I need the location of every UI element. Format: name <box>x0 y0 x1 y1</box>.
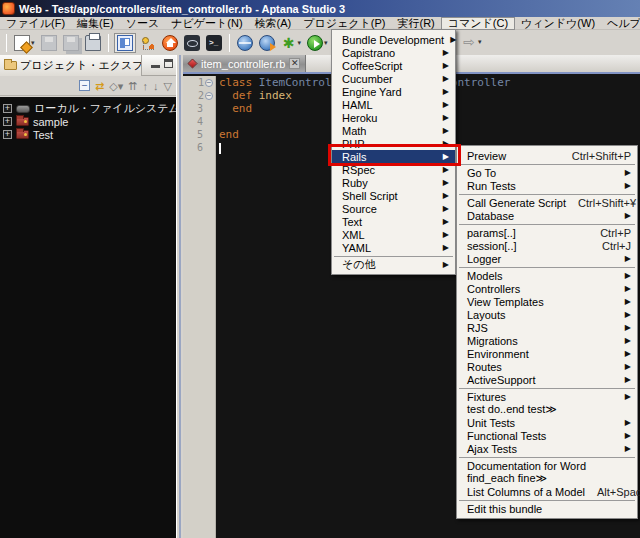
menu-item-heroku[interactable]: Heroku▶ <box>332 111 455 124</box>
menu-item-source[interactable]: Source▶ <box>332 202 455 215</box>
line-number: 3 <box>183 102 215 115</box>
menu-item-rspec[interactable]: RSpec▶ <box>332 163 455 176</box>
menu-item-controllers[interactable]: Controllers▶ <box>457 282 637 295</box>
menu-item-engine-yard[interactable]: Engine Yard▶ <box>332 85 455 98</box>
menu-item-migrations[interactable]: Migrations▶ <box>457 334 637 347</box>
forward-icon[interactable]: ⇨▾ <box>459 33 484 51</box>
view-menu-icon[interactable]: ▽ <box>164 79 172 93</box>
menu-item-test-do--end-test-[interactable]: test do..end test≫ <box>457 403 637 416</box>
menu-item-label: Cucumber <box>342 73 437 85</box>
dropdown-arrow-icon[interactable]: ▾ <box>298 39 302 47</box>
menu-item-layouts[interactable]: Layouts▶ <box>457 308 637 321</box>
menu-item-view-templates[interactable]: View Templates▶ <box>457 295 637 308</box>
tree-item-[interactable]: +ローカル・ファイルシステム <box>0 102 176 115</box>
web-page-icon[interactable] <box>182 34 202 52</box>
down-icon[interactable]: ↓ <box>153 79 159 93</box>
menu-item-edit-this-bundle[interactable]: Edit this bundle <box>457 502 637 515</box>
menu-[interactable]: ソース <box>120 17 166 30</box>
tab-project-explorer[interactable]: プロジェクト・エクスプローラ.. ✕ <box>0 55 142 76</box>
menu-c[interactable]: コマンド(C) <box>441 17 515 30</box>
terminal-icon[interactable]: >_ <box>204 34 224 52</box>
maximize-icon[interactable] <box>164 59 173 68</box>
menu-item-session----[interactable]: session[..]Ctrl+J <box>457 239 637 252</box>
web-perspective-icon[interactable] <box>114 33 136 53</box>
menu-n[interactable]: ナビゲート(N) <box>165 17 248 30</box>
tree-item-sample[interactable]: +sample <box>0 115 176 128</box>
menu-item-coffeescript[interactable]: CoffeeScript▶ <box>332 59 455 72</box>
submenu-arrow-icon: ▶ <box>625 211 631 220</box>
menu-item-bundle-development[interactable]: Bundle Development▶ <box>332 33 455 46</box>
menu-item-yaml[interactable]: YAML▶ <box>332 241 455 254</box>
menu-item-list-columns-of-a-model[interactable]: List Columns of a ModelAlt+Space <box>457 485 637 498</box>
aptana-home-icon[interactable] <box>160 34 180 52</box>
menu-item-label: Unit Tests <box>467 417 619 429</box>
expand-icon[interactable]: + <box>3 104 12 113</box>
menu-h[interactable]: ヘルプ(H) <box>601 17 640 30</box>
menu-item-find-each-fine-[interactable]: find_each fine≫ <box>457 472 637 485</box>
forward-icon: ⇨ <box>461 34 477 50</box>
menu-item-fixtures[interactable]: Fixtures▶ <box>457 390 637 403</box>
print-icon[interactable] <box>83 34 103 52</box>
run-icon[interactable]: ▾ <box>305 34 330 52</box>
panel-sash[interactable] <box>176 55 183 538</box>
menu-item-logger[interactable]: Logger▶ <box>457 252 637 265</box>
dropdown-arrow-icon[interactable]: ▾ <box>324 39 328 47</box>
hierarchy-icon[interactable] <box>138 34 158 52</box>
menu-item-documentation-for-word[interactable]: Documentation for Word <box>457 459 637 472</box>
expand-icon[interactable]: + <box>3 117 12 126</box>
external-preview-icon[interactable] <box>257 34 277 52</box>
menu-r[interactable]: 実行(R) <box>391 17 440 30</box>
expand-icon[interactable]: + <box>3 130 12 139</box>
menu-item-label: Preview <box>467 150 560 162</box>
editor-tab-label: item_controller.rb <box>201 58 285 70</box>
menu-w[interactable]: ウィンドウ(W) <box>515 17 601 30</box>
link-with-editor-icon[interactable]: ⇄ <box>95 79 104 93</box>
menu-item-haml[interactable]: HAML▶ <box>332 98 455 111</box>
menu-item-params----[interactable]: params[..]Ctrl+P <box>457 226 637 239</box>
menu-item-functional-tests[interactable]: Functional Tests▶ <box>457 429 637 442</box>
minimize-icon[interactable] <box>151 59 160 68</box>
menu-item-php[interactable]: PHP▶ <box>332 137 455 150</box>
menu-item-environment[interactable]: Environment▶ <box>457 347 637 360</box>
fold-minus-icon[interactable]: − <box>205 79 213 87</box>
fold-minus-icon[interactable]: − <box>205 92 213 100</box>
preview-icon[interactable] <box>235 34 255 52</box>
menu-item-activesupport[interactable]: ActiveSupport▶ <box>457 373 637 386</box>
menu-item-ajax-tests[interactable]: Ajax Tests▶ <box>457 442 637 455</box>
close-icon[interactable]: ✕ <box>289 58 300 69</box>
menu-item-label: View Templates <box>467 296 619 308</box>
menu-item-shortcut: Ctrl+J <box>602 240 631 252</box>
menu-item-shortcut: Ctrl+P <box>600 227 631 239</box>
tree-item-test[interactable]: +Test <box>0 128 176 141</box>
menu-item-routes[interactable]: Routes▶ <box>457 360 637 373</box>
menu-item-preview[interactable]: PreviewCtrl+Shift+P <box>457 149 637 162</box>
menu-p[interactable]: プロジェクト(P) <box>297 17 391 30</box>
double-up-icon[interactable]: ⇈ <box>128 79 137 93</box>
menu-a[interactable]: 検索(A) <box>249 17 298 30</box>
debug-icon[interactable]: ✱▾ <box>279 34 304 52</box>
new-wizard-icon[interactable]: ▾ <box>12 34 37 52</box>
menu-item-models[interactable]: Models▶ <box>457 269 637 282</box>
menu-item-ruby[interactable]: Ruby▶ <box>332 176 455 189</box>
menu-item-shell-script[interactable]: Shell Script▶ <box>332 189 455 202</box>
menu-item-database[interactable]: Database▶ <box>457 209 637 222</box>
menu-item-rjs[interactable]: RJS▶ <box>457 321 637 334</box>
up-icon[interactable]: ↑ <box>143 79 149 93</box>
menu-item-rails[interactable]: Rails▶ <box>332 150 455 163</box>
dropdown-arrow-icon[interactable]: ▾ <box>478 38 482 46</box>
menu-item-unit-tests[interactable]: Unit Tests▶ <box>457 416 637 429</box>
focus-icon[interactable]: ◇▾ <box>109 79 123 93</box>
menu-item-run-tests[interactable]: Run Tests▶ <box>457 179 637 192</box>
menu-item----[interactable]: その他▶ <box>332 258 455 271</box>
menu-item-math[interactable]: Math▶ <box>332 124 455 137</box>
menu-item-xml[interactable]: XML▶ <box>332 228 455 241</box>
menu-f[interactable]: ファイル(F) <box>0 17 71 30</box>
menu-e[interactable]: 編集(E) <box>71 17 120 30</box>
menu-item-cucumber[interactable]: Cucumber▶ <box>332 72 455 85</box>
menu-item-capistrano[interactable]: Capistrano▶ <box>332 46 455 59</box>
collapse-all-icon[interactable]: − <box>79 80 90 91</box>
menu-item-call-generate-script[interactable]: Call Generate ScriptCtrl+Shift+¥ <box>457 196 637 209</box>
tab-item-controller-rb[interactable]: item_controller.rb ✕ <box>183 55 306 72</box>
menu-item-text[interactable]: Text▶ <box>332 215 455 228</box>
menu-item-go-to[interactable]: Go To▶ <box>457 166 637 179</box>
